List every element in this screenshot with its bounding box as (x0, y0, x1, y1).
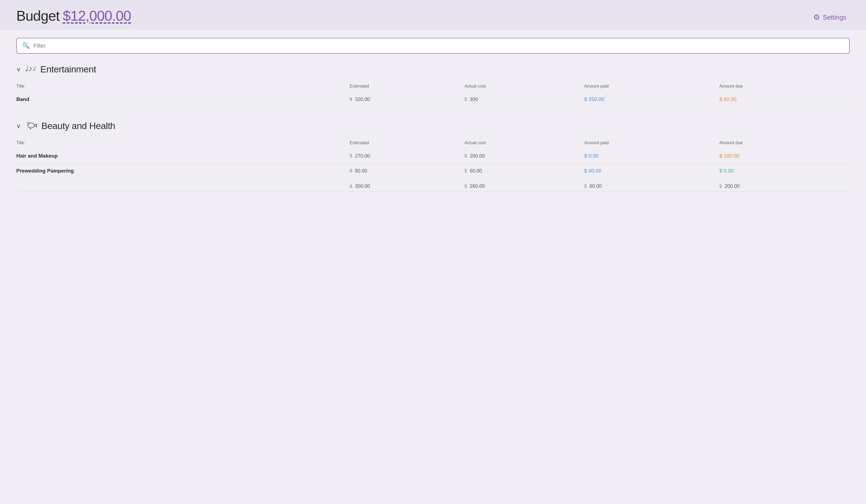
category-entertainment: ∨ ♩♪♫ Entertainment Title Estimated Actu… (16, 64, 850, 107)
actual-cost-cell: $ 60.00 (465, 168, 581, 174)
table-row: Hair and Makeup $ 270.00 $ 200.00 (16, 148, 850, 164)
estimated-value: 80.00 (355, 168, 367, 174)
col-paid-beauty: Amount paid (584, 138, 719, 148)
category-beauty-health: ∨ Beauty and Health Title Estimated (16, 120, 850, 192)
actual-cost-cell: $ 300 (465, 97, 581, 102)
amount-paid-value: $ 0.00 (584, 153, 599, 159)
col-paid-entertainment: Amount paid (584, 82, 719, 92)
estimated-cell: $ 80.00 (350, 168, 461, 174)
total-estimated: $ 350.00 (350, 183, 461, 189)
svg-point-2 (28, 122, 30, 123)
item-title: Hair and Makeup (16, 153, 58, 159)
filter-input[interactable] (33, 43, 844, 49)
page-header: Budget $12,000.00 ⚙ Settings (0, 0, 866, 30)
total-due: $ 200.00 (719, 183, 846, 189)
table-row: Band $ 320.00 $ 300 $ 250 (16, 92, 850, 107)
amount-due-value: $ 50.00 (719, 96, 736, 102)
estimated-cell: $ 270.00 (350, 153, 461, 159)
col-estimated-beauty: Estimated (350, 138, 465, 148)
hairdryer-icon (25, 120, 37, 132)
gear-icon: ⚙ (813, 13, 820, 22)
col-due-beauty: Amount due (719, 138, 850, 148)
amount-due-value: $ 200.00 (719, 153, 740, 159)
dollar-icon: $ (350, 97, 352, 102)
settings-label: Settings (823, 14, 846, 21)
actual-cost-cell: $ 200.00 (465, 153, 581, 159)
amount-paid-value: $ 250.00 (584, 96, 604, 102)
entertainment-table: Title Estimated Actual cost Amount paid … (16, 82, 850, 107)
budget-title-group: Budget $12,000.00 (16, 8, 131, 24)
estimated-value: 270.00 (355, 153, 370, 159)
col-title-entertainment: Title (16, 82, 350, 92)
dollar-icon: $ (465, 97, 467, 102)
budget-label: Budget (16, 8, 59, 24)
entertainment-icon: ♩♪♫ (25, 64, 36, 75)
amount-due-value: $ 0.00 (719, 168, 734, 173)
entertainment-header: ∨ ♩♪♫ Entertainment (16, 64, 850, 75)
actual-value: 200.00 (470, 153, 485, 159)
settings-button[interactable]: ⚙ Settings (810, 11, 850, 24)
actual-value: 60.00 (470, 168, 482, 174)
beauty-health-header: ∨ Beauty and Health (16, 120, 850, 132)
chevron-down-icon[interactable]: ∨ (16, 66, 21, 73)
total-paid: $ 60.00 (584, 183, 716, 189)
col-due-entertainment: Amount due (719, 82, 850, 92)
svg-text:♩♪♫: ♩♪♫ (25, 64, 36, 72)
filter-bar: 🔍 (16, 38, 850, 54)
total-actual: $ 260.00 (465, 183, 581, 189)
search-icon: 🔍 (22, 42, 30, 49)
estimated-cell: $ 320.00 (350, 97, 461, 102)
subtotal-row: $ 350.00 $ 260.00 $ 60.00 (16, 179, 850, 192)
col-actual-beauty: Actual cost (465, 138, 584, 148)
col-title-beauty: Title (16, 138, 350, 148)
col-estimated-entertainment: Estimated (350, 82, 465, 92)
actual-value: 300 (470, 97, 478, 102)
beauty-health-table: Title Estimated Actual cost Amount paid … (16, 138, 850, 192)
entertainment-title: Entertainment (40, 64, 96, 75)
estimated-value: 320.00 (355, 97, 370, 102)
filter-input-wrapper: 🔍 (16, 38, 850, 54)
amount-paid-value: $ 60.00 (584, 168, 601, 173)
budget-amount[interactable]: $12,000.00 (63, 8, 131, 24)
table-row: Prewedding Pampering $ 80.00 $ 60.00 (16, 164, 850, 179)
svg-point-3 (27, 124, 28, 124)
chevron-down-icon[interactable]: ∨ (16, 122, 21, 130)
svg-point-4 (27, 122, 28, 123)
beauty-health-title: Beauty and Health (41, 121, 115, 131)
svg-point-1 (28, 123, 34, 128)
main-content: 🔍 ∨ ♩♪♫ Entertainment Title Estimated Ac… (0, 30, 866, 213)
item-title: Band (16, 96, 30, 102)
col-actual-entertainment: Actual cost (465, 82, 584, 92)
item-title: Prewedding Pampering (16, 168, 74, 173)
